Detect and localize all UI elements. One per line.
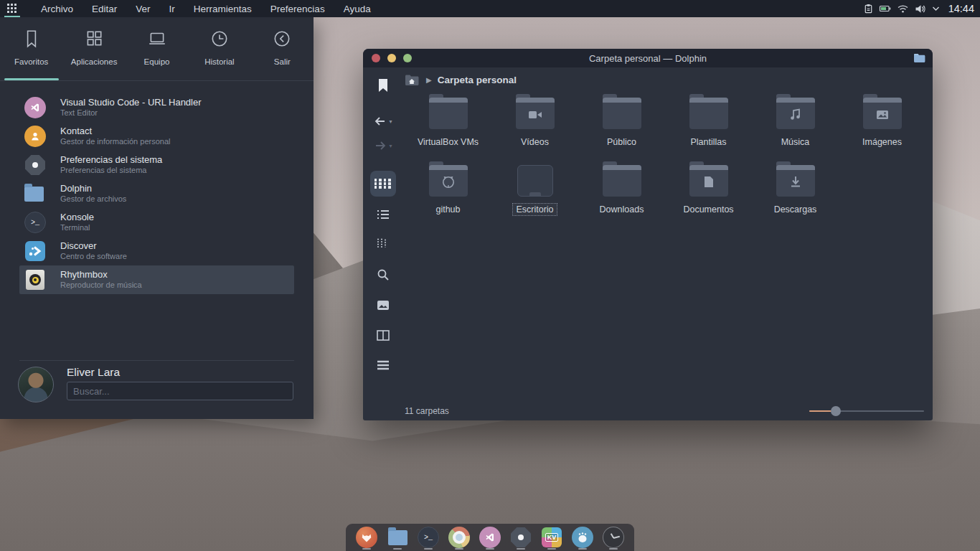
tab-historial[interactable]: Historial bbox=[188, 29, 250, 80]
app-item-dolphin[interactable]: Dolphin Gestor de archivos bbox=[19, 179, 294, 208]
app-description: Terminal bbox=[60, 223, 94, 233]
folder-item-virtualbox-vms[interactable]: VirtualBox VMs bbox=[405, 92, 491, 159]
dock-item-clock[interactable] bbox=[603, 525, 624, 550]
folder-item-documentos[interactable]: Documentos bbox=[665, 159, 752, 227]
folder-label: Downloads bbox=[596, 203, 648, 216]
tab-label: Historial bbox=[204, 57, 235, 66]
tab-aplicaciones[interactable]: Aplicaciones bbox=[62, 29, 125, 80]
close-button[interactable] bbox=[372, 54, 380, 62]
menu-button[interactable] bbox=[370, 353, 396, 377]
folder-item-github[interactable]: github bbox=[405, 159, 491, 227]
download-icon bbox=[790, 176, 801, 191]
dolphin-icon bbox=[388, 530, 407, 545]
folder-item-downloads[interactable]: Downloads bbox=[578, 159, 665, 227]
user-avatar[interactable] bbox=[18, 367, 54, 402]
dock-item-amarok[interactable] bbox=[572, 525, 593, 550]
folder-item-descargas[interactable]: Descargas bbox=[752, 159, 839, 227]
menu-herramientas[interactable]: Herramientas bbox=[184, 1, 261, 17]
discover-icon bbox=[24, 240, 46, 262]
dock-item-system-settings[interactable] bbox=[510, 525, 532, 550]
menu-archivo[interactable]: Archivo bbox=[32, 1, 83, 17]
tab-salir[interactable]: Salir bbox=[251, 29, 314, 80]
tab-equipo[interactable]: Equipo bbox=[126, 29, 188, 80]
app-item-rhythmbox[interactable]: Rhythmbox Reproductor de música bbox=[19, 265, 294, 294]
document-icon bbox=[704, 176, 714, 191]
slider-knob[interactable] bbox=[831, 406, 841, 416]
clipboard-icon[interactable] bbox=[863, 3, 874, 14]
active-tab-indicator bbox=[4, 78, 59, 80]
github-icon bbox=[441, 175, 456, 192]
zoom-slider[interactable] bbox=[809, 406, 924, 416]
app-launcher-button[interactable] bbox=[0, 0, 24, 17]
folder-item-publico[interactable]: Público bbox=[578, 92, 665, 159]
folder-count: 11 carpetas bbox=[405, 406, 449, 416]
icons-view-button[interactable] bbox=[370, 171, 396, 197]
folder-label: Imágenes bbox=[859, 136, 905, 149]
folder-label: Público bbox=[603, 136, 640, 149]
system-settings-icon bbox=[24, 154, 46, 176]
music-icon bbox=[790, 108, 801, 123]
app-item-konsole[interactable]: >_ Konsole Terminal bbox=[19, 208, 294, 237]
menu-ir[interactable]: Ir bbox=[160, 1, 184, 17]
chevron-down-icon[interactable]: ▾ bbox=[389, 118, 392, 125]
app-description: Gestor de archivos bbox=[60, 194, 126, 204]
tab-favoritos[interactable]: Favoritos bbox=[0, 29, 62, 80]
app-description: Centro de software bbox=[60, 252, 127, 262]
search-button[interactable] bbox=[370, 263, 396, 287]
home-folder-button[interactable] bbox=[403, 72, 420, 87]
dock-item-konsole[interactable]: >_ bbox=[418, 525, 439, 550]
vscode-icon bbox=[479, 527, 501, 548]
folder-item-musica[interactable]: Música bbox=[752, 92, 839, 159]
folder-item-videos[interactable]: Vídeos bbox=[491, 92, 578, 159]
chevron-down-icon[interactable] bbox=[931, 5, 941, 12]
menu-ayuda[interactable]: Ayuda bbox=[334, 1, 380, 17]
list-view-button[interactable] bbox=[370, 202, 396, 227]
compact-view-button[interactable] bbox=[370, 231, 396, 255]
app-name: Dolphin bbox=[60, 183, 126, 194]
user-section: Eliver Lara bbox=[0, 360, 314, 419]
maximize-button[interactable] bbox=[403, 54, 412, 62]
user-name: Eliver Lara bbox=[67, 366, 120, 379]
search-input[interactable] bbox=[67, 382, 293, 400]
rhythmbox-icon bbox=[24, 269, 46, 291]
system-settings-icon bbox=[511, 527, 531, 547]
window-titlebar[interactable]: Carpeta personal — Dolphin bbox=[363, 49, 933, 67]
dolphin-window: Carpeta personal — Dolphin ▾ ▾ bbox=[363, 49, 933, 420]
menu-ver[interactable]: Ver bbox=[126, 1, 159, 17]
dock-item-kvantum[interactable]: KV bbox=[541, 525, 562, 550]
minimize-button[interactable] bbox=[387, 54, 396, 62]
bookmarks-button[interactable] bbox=[370, 73, 396, 98]
tab-label: Equipo bbox=[144, 57, 170, 66]
dock-item-dolphin[interactable] bbox=[387, 525, 408, 550]
menu-editar[interactable]: Editar bbox=[83, 1, 126, 17]
dock-item-chromium[interactable] bbox=[448, 525, 470, 550]
tab-label: Salir bbox=[274, 57, 291, 66]
preview-button[interactable] bbox=[370, 293, 396, 317]
breadcrumb[interactable]: Carpeta personal bbox=[438, 75, 517, 85]
system-tray: 14:44 bbox=[863, 3, 980, 14]
dock-item-vscode[interactable] bbox=[479, 525, 501, 550]
location-bar: ▶ Carpeta personal bbox=[403, 70, 933, 89]
app-item-discover[interactable]: Discover Centro de software bbox=[19, 237, 294, 265]
app-item-vscode[interactable]: Visual Studio Code - URL Handler Text Ed… bbox=[19, 93, 294, 122]
wifi-icon[interactable] bbox=[897, 4, 909, 14]
forward-button[interactable]: ▾ bbox=[370, 133, 396, 158]
back-button[interactable]: ▾ bbox=[370, 109, 396, 133]
split-view-button[interactable] bbox=[370, 323, 396, 347]
app-item-kontact[interactable]: Kontact Gestor de información personal bbox=[19, 122, 294, 151]
menu-preferencias[interactable]: Preferencias bbox=[261, 1, 334, 17]
battery-icon[interactable] bbox=[879, 4, 892, 14]
app-name: Konsole bbox=[60, 212, 94, 223]
app-item-system-settings[interactable]: Preferencias del sistema Preferencias de… bbox=[19, 151, 294, 179]
folder-icon bbox=[913, 52, 925, 66]
volume-icon[interactable] bbox=[914, 4, 926, 14]
vscode-icon bbox=[24, 97, 46, 118]
folder-item-escritorio[interactable]: Escritorio bbox=[491, 159, 578, 227]
dolphin-toolbar: ▾ ▾ bbox=[363, 67, 403, 402]
folder-item-plantillas[interactable]: Plantillas bbox=[665, 92, 752, 159]
folder-item-imagenes[interactable]: Imágenes bbox=[839, 92, 925, 159]
chevron-down-icon[interactable]: ▾ bbox=[389, 143, 392, 149]
clock[interactable]: 14:44 bbox=[948, 3, 974, 14]
folder-label: github bbox=[432, 203, 463, 216]
dock-item-firefox[interactable] bbox=[356, 525, 377, 550]
